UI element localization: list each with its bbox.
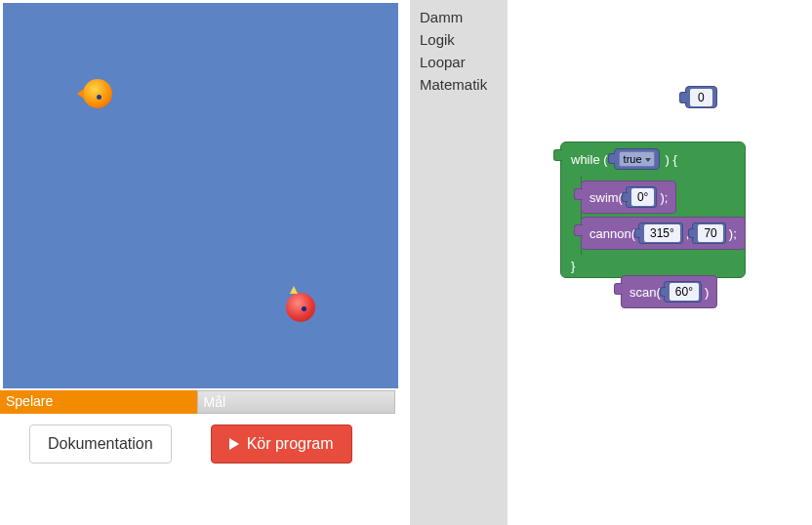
block-connector-icon <box>622 192 628 202</box>
swim-block[interactable]: swim( 0° ); <box>581 181 676 214</box>
cannon-arg2-slot[interactable]: 70 <box>692 222 725 244</box>
true-dropdown[interactable]: true <box>619 151 655 167</box>
scan-arg-slot[interactable]: 60° <box>664 281 702 303</box>
goal-label: Mål <box>197 390 396 414</box>
swim-label: swim( <box>589 190 623 205</box>
category-damm[interactable]: Damm <box>410 6 508 28</box>
cannon-arg2-value[interactable]: 70 <box>698 224 722 242</box>
while-header[interactable]: while ( true ) { <box>561 142 745 176</box>
block-categories: Damm Logik Loopar Matematik <box>410 0 508 525</box>
swim-close: ); <box>660 190 668 205</box>
sprite-orange <box>83 79 112 108</box>
scan-close: ) <box>705 285 709 300</box>
cannon-arg1-value[interactable]: 315° <box>644 224 680 242</box>
scan-arg-value[interactable]: 60° <box>670 283 699 301</box>
number-block-zero[interactable]: 0 <box>685 86 717 108</box>
while-body[interactable]: swim( 0° ); cannon( 315° , 70 <box>581 176 745 255</box>
scan-block[interactable]: scan( 60° ) <box>621 275 717 308</box>
cannon-block[interactable]: cannon( 315° , 70 ); <box>581 217 746 250</box>
cannon-close: ); <box>729 226 737 241</box>
cannon-arg1-slot[interactable]: 315° <box>638 222 683 244</box>
category-logik[interactable]: Logik <box>410 28 508 51</box>
documentation-button[interactable]: Dokumentation <box>29 424 172 464</box>
number-value[interactable]: 0 <box>690 89 712 106</box>
swim-arg-slot[interactable]: 0° <box>626 186 657 208</box>
scan-label: scan( <box>629 285 661 300</box>
block-connector-icon <box>688 228 694 238</box>
sprite-red <box>286 293 315 322</box>
while-block[interactable]: while ( true ) { swim( 0° ); cannon( <box>560 141 746 278</box>
run-button-label: Kör program <box>247 435 334 453</box>
player-label: Spelare <box>0 390 197 414</box>
game-stage[interactable] <box>3 3 398 388</box>
play-icon <box>229 438 239 450</box>
category-matematik[interactable]: Matematik <box>410 73 508 96</box>
cannon-label: cannon( <box>589 226 635 241</box>
block-connector-icon <box>574 224 583 236</box>
block-connector-icon <box>614 283 623 295</box>
left-panel: Spelare Mål Dokumentation Kör program <box>0 0 410 525</box>
block-connector-icon <box>660 287 666 297</box>
while-footer: } <box>561 255 745 277</box>
block-workspace[interactable]: 0 while ( true ) { swim( 0° ); <box>508 0 812 525</box>
block-connector-icon <box>634 228 640 238</box>
stage-labels: Spelare Mål <box>0 390 395 414</box>
while-close-paren: ) { <box>666 152 677 167</box>
button-row: Dokumentation Kör program <box>0 424 352 464</box>
swim-arg-value[interactable]: 0° <box>631 188 654 206</box>
category-loopar[interactable]: Loopar <box>410 51 508 73</box>
boolean-slot[interactable]: true <box>614 148 660 170</box>
block-connector-icon <box>553 149 562 161</box>
run-program-button[interactable]: Kör program <box>211 424 352 464</box>
block-connector-icon <box>608 153 615 164</box>
block-connector-icon <box>679 92 687 103</box>
while-keyword: while ( <box>571 152 608 167</box>
block-connector-icon <box>574 188 583 200</box>
